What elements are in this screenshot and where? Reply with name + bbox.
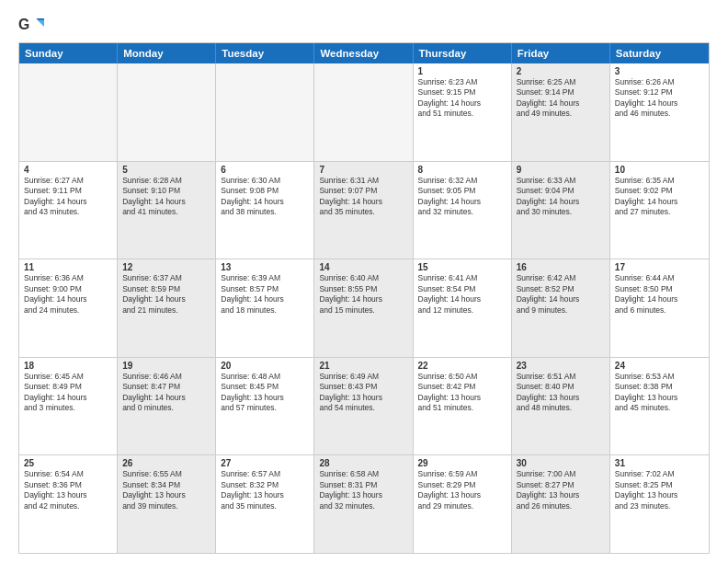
day-number: 30 xyxy=(517,458,605,468)
day-number: 31 xyxy=(615,458,704,468)
day-info: Sunrise: 7:02 AM Sunset: 8:25 PM Dayligh… xyxy=(615,469,704,511)
header: G xyxy=(18,15,710,35)
day-info: Sunrise: 6:37 AM Sunset: 8:59 PM Dayligh… xyxy=(122,273,210,316)
day-number: 26 xyxy=(122,458,210,468)
day-info: Sunrise: 6:36 AM Sunset: 9:00 PM Dayligh… xyxy=(24,273,112,316)
calendar-cell: 6Sunrise: 6:30 AM Sunset: 9:08 PM Daylig… xyxy=(216,162,314,259)
day-number: 1 xyxy=(418,66,506,76)
calendar-week-4: 18Sunrise: 6:45 AM Sunset: 8:49 PM Dayli… xyxy=(19,358,709,456)
calendar-cell: 27Sunrise: 6:57 AM Sunset: 8:32 PM Dayli… xyxy=(216,455,314,553)
calendar-cell: 25Sunrise: 6:54 AM Sunset: 8:36 PM Dayli… xyxy=(19,455,118,553)
calendar-cell: 31Sunrise: 7:02 AM Sunset: 8:25 PM Dayli… xyxy=(610,455,709,553)
calendar-cell: 2Sunrise: 6:25 AM Sunset: 9:14 PM Daylig… xyxy=(512,63,610,161)
day-info: Sunrise: 7:00 AM Sunset: 8:27 PM Dayligh… xyxy=(517,469,605,511)
day-info: Sunrise: 6:26 AM Sunset: 9:12 PM Dayligh… xyxy=(615,77,704,120)
calendar-cell xyxy=(118,63,216,161)
day-info: Sunrise: 6:40 AM Sunset: 8:55 PM Dayligh… xyxy=(319,273,407,316)
calendar-cell: 20Sunrise: 6:48 AM Sunset: 8:45 PM Dayli… xyxy=(216,358,314,455)
day-number: 29 xyxy=(418,458,506,468)
day-number: 13 xyxy=(221,262,309,272)
calendar-cell: 17Sunrise: 6:44 AM Sunset: 8:50 PM Dayli… xyxy=(610,259,709,357)
calendar-cell: 23Sunrise: 6:51 AM Sunset: 8:40 PM Dayli… xyxy=(512,358,610,455)
day-info: Sunrise: 6:54 AM Sunset: 8:36 PM Dayligh… xyxy=(24,469,112,511)
calendar-cell: 13Sunrise: 6:39 AM Sunset: 8:57 PM Dayli… xyxy=(216,259,314,357)
day-info: Sunrise: 6:57 AM Sunset: 8:32 PM Dayligh… xyxy=(221,469,309,511)
day-number: 17 xyxy=(615,262,704,272)
calendar-cell: 1Sunrise: 6:23 AM Sunset: 9:15 PM Daylig… xyxy=(414,63,512,161)
day-info: Sunrise: 6:53 AM Sunset: 8:38 PM Dayligh… xyxy=(615,372,704,414)
calendar-cell: 26Sunrise: 6:55 AM Sunset: 8:34 PM Dayli… xyxy=(118,455,216,553)
day-number: 21 xyxy=(319,361,407,371)
day-number: 8 xyxy=(418,165,506,175)
calendar-week-2: 4Sunrise: 6:27 AM Sunset: 9:11 PM Daylig… xyxy=(19,162,709,260)
day-info: Sunrise: 6:27 AM Sunset: 9:11 PM Dayligh… xyxy=(24,176,112,218)
day-number: 5 xyxy=(122,165,210,175)
day-number: 25 xyxy=(24,458,112,468)
day-info: Sunrise: 6:25 AM Sunset: 9:14 PM Dayligh… xyxy=(517,77,605,120)
day-info: Sunrise: 6:58 AM Sunset: 8:31 PM Dayligh… xyxy=(319,469,407,511)
day-header-sunday: Sunday xyxy=(19,43,118,63)
day-number: 19 xyxy=(122,361,210,371)
day-info: Sunrise: 6:33 AM Sunset: 9:04 PM Dayligh… xyxy=(517,176,605,218)
day-info: Sunrise: 6:32 AM Sunset: 9:05 PM Dayligh… xyxy=(418,176,506,218)
calendar-cell: 8Sunrise: 6:32 AM Sunset: 9:05 PM Daylig… xyxy=(414,162,512,259)
day-number: 23 xyxy=(517,361,605,371)
calendar-cell: 24Sunrise: 6:53 AM Sunset: 8:38 PM Dayli… xyxy=(610,358,709,455)
day-number: 18 xyxy=(24,361,112,371)
day-header-saturday: Saturday xyxy=(610,43,709,63)
day-number: 20 xyxy=(221,361,309,371)
calendar-cell: 10Sunrise: 6:35 AM Sunset: 9:02 PM Dayli… xyxy=(610,162,709,259)
day-info: Sunrise: 6:45 AM Sunset: 8:49 PM Dayligh… xyxy=(24,372,112,414)
day-number: 24 xyxy=(615,361,704,371)
calendar-cell: 21Sunrise: 6:49 AM Sunset: 8:43 PM Dayli… xyxy=(314,358,413,455)
logo-icon: G xyxy=(18,15,44,35)
day-info: Sunrise: 6:48 AM Sunset: 8:45 PM Dayligh… xyxy=(221,372,309,414)
day-header-wednesday: Wednesday xyxy=(314,43,413,63)
calendar-cell: 7Sunrise: 6:31 AM Sunset: 9:07 PM Daylig… xyxy=(314,162,413,259)
day-info: Sunrise: 6:46 AM Sunset: 8:47 PM Dayligh… xyxy=(122,372,210,414)
calendar-cell: 9Sunrise: 6:33 AM Sunset: 9:04 PM Daylig… xyxy=(512,162,610,259)
day-number: 3 xyxy=(615,66,704,76)
calendar-cell xyxy=(314,63,413,161)
calendar-body: 1Sunrise: 6:23 AM Sunset: 9:15 PM Daylig… xyxy=(19,63,709,553)
day-info: Sunrise: 6:51 AM Sunset: 8:40 PM Dayligh… xyxy=(517,372,605,414)
logo-area: G xyxy=(18,15,48,35)
day-info: Sunrise: 6:35 AM Sunset: 9:02 PM Dayligh… xyxy=(615,176,704,218)
svg-text:G: G xyxy=(18,17,29,32)
calendar-cell: 12Sunrise: 6:37 AM Sunset: 8:59 PM Dayli… xyxy=(118,259,216,357)
calendar-cell: 15Sunrise: 6:41 AM Sunset: 8:54 PM Dayli… xyxy=(414,259,512,357)
logo: G xyxy=(18,15,48,35)
calendar-cell: 5Sunrise: 6:28 AM Sunset: 9:10 PM Daylig… xyxy=(118,162,216,259)
day-number: 22 xyxy=(418,361,506,371)
day-number: 15 xyxy=(418,262,506,272)
day-info: Sunrise: 6:30 AM Sunset: 9:08 PM Dayligh… xyxy=(221,176,309,218)
day-number: 12 xyxy=(122,262,210,272)
calendar-cell: 22Sunrise: 6:50 AM Sunset: 8:42 PM Dayli… xyxy=(414,358,512,455)
calendar-cell: 19Sunrise: 6:46 AM Sunset: 8:47 PM Dayli… xyxy=(118,358,216,455)
day-info: Sunrise: 6:28 AM Sunset: 9:10 PM Dayligh… xyxy=(122,176,210,218)
day-number: 4 xyxy=(24,165,112,175)
calendar-cell: 14Sunrise: 6:40 AM Sunset: 8:55 PM Dayli… xyxy=(314,259,413,357)
day-info: Sunrise: 6:39 AM Sunset: 8:57 PM Dayligh… xyxy=(221,273,309,316)
day-number: 28 xyxy=(319,458,407,468)
day-number: 11 xyxy=(24,262,112,272)
day-header-tuesday: Tuesday xyxy=(216,43,314,63)
day-number: 27 xyxy=(221,458,309,468)
calendar-cell: 30Sunrise: 7:00 AM Sunset: 8:27 PM Dayli… xyxy=(512,455,610,553)
calendar-cell: 16Sunrise: 6:42 AM Sunset: 8:52 PM Dayli… xyxy=(512,259,610,357)
day-number: 14 xyxy=(319,262,407,272)
day-number: 10 xyxy=(615,165,704,175)
calendar-header: SundayMondayTuesdayWednesdayThursdayFrid… xyxy=(19,43,709,63)
day-info: Sunrise: 6:50 AM Sunset: 8:42 PM Dayligh… xyxy=(418,372,506,414)
day-info: Sunrise: 6:41 AM Sunset: 8:54 PM Dayligh… xyxy=(418,273,506,316)
day-info: Sunrise: 6:31 AM Sunset: 9:07 PM Dayligh… xyxy=(319,176,407,218)
day-number: 7 xyxy=(319,165,407,175)
calendar-cell xyxy=(19,63,118,161)
day-info: Sunrise: 6:55 AM Sunset: 8:34 PM Dayligh… xyxy=(122,469,210,511)
calendar-cell: 29Sunrise: 6:59 AM Sunset: 8:29 PM Dayli… xyxy=(414,455,512,553)
day-header-friday: Friday xyxy=(512,43,610,63)
day-number: 2 xyxy=(517,66,605,76)
calendar-cell: 18Sunrise: 6:45 AM Sunset: 8:49 PM Dayli… xyxy=(19,358,118,455)
calendar-cell: 11Sunrise: 6:36 AM Sunset: 9:00 PM Dayli… xyxy=(19,259,118,357)
page: G SundayMondayTuesdayWednesdayThursdayFr… xyxy=(0,0,728,563)
